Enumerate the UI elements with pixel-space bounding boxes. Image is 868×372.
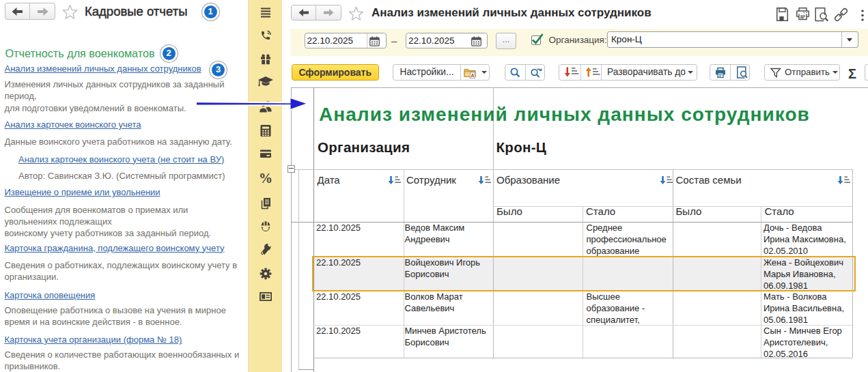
- svg-text:A: A: [471, 73, 474, 78]
- svg-text:%: %: [259, 171, 272, 186]
